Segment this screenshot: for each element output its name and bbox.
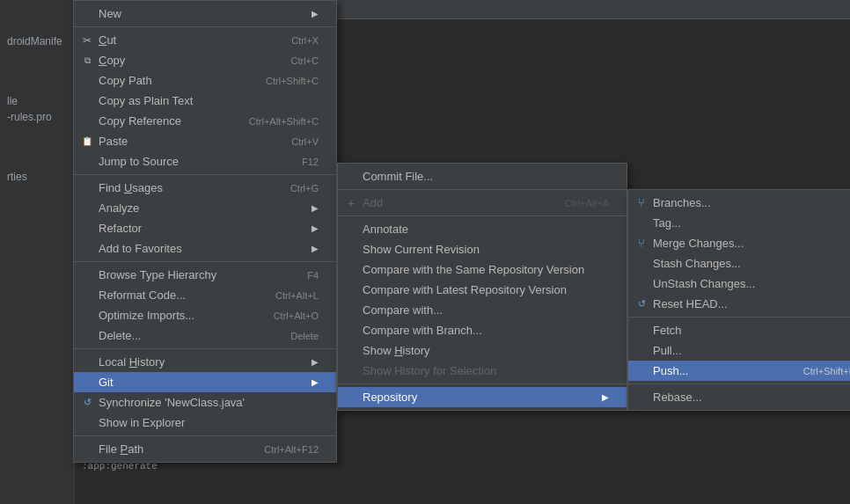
separator — [338, 189, 627, 190]
menu-item-delete[interactable]: Delete... Delete — [74, 325, 336, 346]
menu-item-git[interactable]: Git ▶ — [74, 372, 336, 392]
menu-item-file-path[interactable]: File Path Ctrl+Alt+F12 — [74, 439, 336, 459]
menu-item-browse-hierarchy[interactable]: Browse Type Hierarchy F4 — [74, 265, 336, 285]
menu-item-pull[interactable]: Pull... — [628, 340, 850, 361]
menu-item-optimize[interactable]: Optimize Imports... Ctrl+Alt+O — [74, 305, 336, 325]
copy-icon: ⧉ — [79, 53, 95, 69]
menu-item-rebase[interactable]: Rebase... — [628, 387, 850, 407]
separator — [74, 435, 336, 436]
file-panel: droidManife lle -rules.pro rties — [0, 0, 75, 504]
menu-item-sync[interactable]: ↺ Synchronize 'NewClass.java' — [74, 392, 336, 413]
menu-item-find-usages[interactable]: Find Usages Ctrl+G — [74, 178, 336, 198]
menu-item-analyze[interactable]: Analyze ▶ — [74, 198, 336, 218]
primary-context-menu: New ▶ ✂ Cut Ctrl+X ⧉ Copy Ctrl+C Copy Pa… — [73, 0, 337, 463]
menu-item-compare-branch[interactable]: Compare with Branch... — [338, 320, 627, 340]
separator — [338, 383, 627, 384]
menu-item-compare-with[interactable]: Compare with... — [338, 300, 627, 320]
file-item: droidManife — [4, 33, 70, 49]
separator — [628, 317, 850, 318]
separator — [74, 174, 336, 175]
branches-icon: ⑂ — [634, 195, 649, 211]
repo-submenu: ⑂ Branches... Tag... ⑂ Merge Changes... … — [627, 189, 850, 411]
menu-item-branches[interactable]: ⑂ Branches... — [628, 193, 850, 213]
menu-item-add[interactable]: + Add Ctrl+Alt+A — [338, 193, 627, 213]
menu-item-show-history[interactable]: Show History — [338, 340, 627, 361]
separator — [74, 261, 336, 262]
menu-item-copy-reference[interactable]: Copy Reference Ctrl+Alt+Shift+C — [74, 111, 336, 131]
menu-item-copy[interactable]: ⧉ Copy Ctrl+C — [74, 50, 336, 70]
menu-item-copy-plain[interactable]: Copy as Plain Text — [74, 91, 336, 111]
menu-item-jump-source[interactable]: Jump to Source F12 — [74, 151, 336, 172]
sync-icon: ↺ — [79, 395, 95, 411]
add-icon: + — [343, 195, 359, 211]
separator — [338, 215, 627, 216]
menu-item-new[interactable]: New ▶ — [74, 4, 336, 24]
merge-icon: ⑂ — [634, 236, 649, 252]
file-item: -rules.pro — [4, 109, 70, 125]
menu-item-unstash[interactable]: UnStash Changes... — [628, 274, 850, 294]
menu-item-stash[interactable]: Stash Changes... — [628, 253, 850, 274]
menu-item-annotate[interactable]: Annotate — [338, 219, 627, 239]
separator — [628, 383, 850, 384]
menu-item-tag[interactable]: Tag... — [628, 213, 850, 233]
menu-item-compare-repo[interactable]: Compare with the Same Repository Version — [338, 259, 627, 280]
reset-icon: ↺ — [634, 296, 649, 312]
menu-item-local-history[interactable]: Local History ▶ — [74, 352, 336, 372]
paste-icon: 📋 — [79, 134, 95, 150]
menu-item-commit-file[interactable]: Commit File... — [338, 166, 627, 186]
menu-item-paste[interactable]: 📋 Paste Ctrl+V — [74, 131, 336, 151]
menu-item-show-history-sel[interactable]: Show History for Selection — [338, 361, 627, 381]
vcs-submenu: Commit File... + Add Ctrl+Alt+A Annotate… — [337, 163, 627, 411]
file-item: lle — [4, 93, 70, 109]
menu-item-repository[interactable]: Repository ▶ — [338, 387, 627, 407]
menu-item-merge-changes[interactable]: ⑂ Merge Changes... — [628, 233, 850, 253]
menu-item-add-favorites[interactable]: Add to Favorites ▶ — [74, 238, 336, 259]
menu-item-reformat[interactable]: Reformat Code... Ctrl+Alt+L — [74, 285, 336, 305]
separator — [74, 26, 336, 27]
menu-item-copy-path[interactable]: Copy Path Ctrl+Shift+C — [74, 70, 336, 91]
menu-item-refactor[interactable]: Refactor ▶ — [74, 218, 336, 238]
menu-item-push[interactable]: Push... Ctrl+Shift+K — [628, 361, 850, 381]
menu-item-show-current-revision[interactable]: Show Current Revision — [338, 239, 627, 259]
separator — [74, 348, 336, 349]
menu-item-cut[interactable]: ✂ Cut Ctrl+X — [74, 30, 336, 50]
menu-item-show-explorer[interactable]: Show in Explorer — [74, 413, 336, 433]
menu-item-reset-head[interactable]: ↺ Reset HEAD... — [628, 294, 850, 314]
menu-item-compare-latest[interactable]: Compare with Latest Repository Version — [338, 280, 627, 300]
cut-icon: ✂ — [79, 33, 95, 48]
file-item: rties — [4, 169, 70, 185]
menu-item-fetch[interactable]: Fetch — [628, 320, 850, 340]
